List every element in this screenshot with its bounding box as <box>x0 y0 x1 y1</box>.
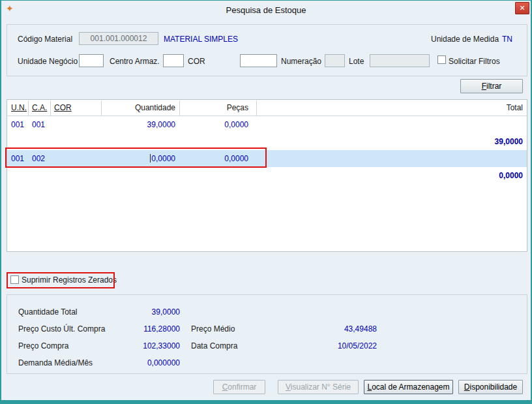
filter-panel: Código Material MATERIAL SIMPLES Unidade… <box>7 24 527 76</box>
close-icon: ✕ <box>519 4 525 12</box>
header-cor[interactable]: COR <box>54 100 72 116</box>
header-total[interactable]: Total <box>507 100 523 116</box>
data-compra-value: 10/05/2022 <box>301 341 377 350</box>
subtotal-row: 0,0000 <box>7 167 527 184</box>
confirmar-button[interactable]: Confirmar <box>213 380 265 394</box>
subtotal-row: 39,0000 <box>7 133 527 150</box>
unidade-medida-label: Unidade de Medida <box>431 35 499 44</box>
preco-medio-label: Preço Médio <box>191 324 235 334</box>
disponibilidade-button[interactable]: Disponibilidade <box>458 380 523 394</box>
header-un[interactable]: U.N. <box>11 100 27 116</box>
centro-armaz-label: Centro Armaz. <box>110 57 160 66</box>
close-button[interactable]: ✕ <box>515 2 529 14</box>
suprimir-registros-checkbox[interactable] <box>10 275 19 284</box>
table-header: U.N. C.A. COR Quantidade Peças Total <box>7 100 527 116</box>
summary-panel: Quantidade Total 39,0000 Preço Custo Últ… <box>7 294 527 374</box>
suprimir-registros-label: Suprimir Registros Zerados <box>22 275 117 285</box>
titlebar: ✦ Pesquisa de Estoque ✕ <box>1 1 531 19</box>
preco-compra-value: 102,33000 <box>105 341 180 350</box>
preco-compra-label: Preço Compra <box>18 341 68 350</box>
cor-label: COR <box>188 57 205 66</box>
header-ca[interactable]: C.A. <box>32 100 47 116</box>
material-description: MATERIAL SIMPLES <box>164 35 238 44</box>
local-armazenagem-button[interactable]: Local de Armazenagem <box>364 380 453 394</box>
subtotal-value: 39,0000 <box>495 133 523 150</box>
table-row-selected[interactable]: 001 002 0,0000 0,0000 <box>7 150 527 167</box>
table-row[interactable]: 001 001 39,0000 0,0000 <box>7 116 527 133</box>
window-title: Pesquisa de Estoque <box>1 5 531 15</box>
subtotal-value: 0,0000 <box>499 167 523 184</box>
column-separator <box>28 101 29 116</box>
results-table: U.N. C.A. COR Quantidade Peças Total 001… <box>7 99 527 252</box>
data-compra-label: Data Compra <box>191 341 237 350</box>
column-separator <box>50 101 51 116</box>
visualizar-serie-button[interactable]: Visualizar N° Série <box>278 380 359 394</box>
column-separator <box>179 101 180 116</box>
column-separator <box>101 101 102 116</box>
numeracao-input <box>325 54 345 67</box>
codigo-material-input <box>79 32 158 45</box>
numeracao-label: Numeração <box>281 57 321 66</box>
preco-medio-value: 43,49488 <box>301 324 377 334</box>
quantidade-total-label: Quantidade Total <box>18 307 78 317</box>
solicitar-filtros-label: Solicitar Filtros <box>449 57 500 66</box>
unidade-negocio-input[interactable] <box>79 54 104 67</box>
unidade-negocio-label: Unidade Negócio <box>18 57 78 66</box>
lote-label: Lote <box>349 57 364 66</box>
header-quantidade[interactable]: Quantidade <box>101 100 175 116</box>
unidade-medida-value: TN <box>502 35 512 44</box>
filtrar-button[interactable]: Filtrar <box>460 79 523 93</box>
header-pecas[interactable]: Peças <box>179 100 248 116</box>
cor-input[interactable] <box>240 54 277 67</box>
stock-search-dialog: ✦ Pesquisa de Estoque ✕ Código Material … <box>0 0 532 404</box>
preco-custo-label: Preço Custo Últ. Compra <box>18 324 105 334</box>
centro-armaz-input[interactable] <box>163 54 184 67</box>
quantidade-total-value: 39,0000 <box>105 307 180 317</box>
lote-input <box>370 54 430 67</box>
demanda-media-label: Demanda Média/Mês <box>18 358 93 367</box>
demanda-media-value: 0,000000 <box>105 358 180 367</box>
column-separator <box>256 101 257 116</box>
codigo-material-label: Código Material <box>18 35 72 44</box>
preco-custo-value: 116,28000 <box>105 324 180 334</box>
solicitar-filtros-checkbox[interactable] <box>437 55 446 64</box>
